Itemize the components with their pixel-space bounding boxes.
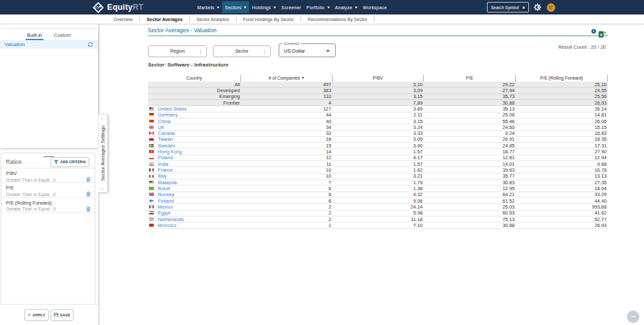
more-actions-fab[interactable] [627,311,639,323]
section-tab[interactable]: Overview [107,14,139,24]
table-column-header[interactable]: # of Companies [241,75,333,82]
pe-cell: 25.08 [424,113,516,118]
aggregate-row[interactable]: All 497 3,10 29,22 25,10 [148,82,608,88]
aggregate-row[interactable]: Emerging 110 3,15 35,73 25,56 [148,94,608,100]
country-link[interactable]: Poland [158,155,173,161]
country-row[interactable]: Finland 6 9.06 61.52 44.40 [148,198,608,204]
table-country-rows: United States 127 3.89 35.13 26.14 Germa… [148,106,608,228]
apply-button[interactable]: ✓ APPLY [24,309,49,321]
country-row[interactable]: Norway 6 4.32 64.21 33.29 [148,192,608,198]
menu-item[interactable]: Analyze [333,1,360,13]
add-criteria-button[interactable]: ADD CRITERIA [51,157,89,167]
preset-tab[interactable]: Custom [53,32,72,40]
country-link[interactable]: Netherlands [158,216,183,222]
country-link[interactable]: UK [158,124,164,130]
settings-collapse-handle[interactable]: ← Sector Averages Settings ← [99,114,108,193]
country-link[interactable]: United States [158,106,187,111]
country-row[interactable]: Canada 32 3.33 9.24 16.83 [148,131,608,137]
country-link[interactable]: China [158,118,170,124]
close-icon[interactable]: × [522,5,525,11]
table-column-header[interactable]: Country [148,75,241,82]
country-row[interactable]: China 40 3.15 55.46 26.06 [148,118,608,124]
country-link[interactable]: Finland [158,198,173,203]
country-row[interactable]: UK 34 3.24 24.60 15.15 [148,124,608,130]
country-link[interactable]: France [158,167,173,172]
country-link[interactable]: Malaysia [158,180,177,185]
pbv-cell: 3,10 [333,82,424,87]
country-link[interactable]: Hong Kong [158,149,182,154]
aggregate-row[interactable]: Developed 383 3,09 27,94 24,55 [148,88,608,93]
search-symbol-button[interactable]: Search Symbol × [487,2,529,12]
menu-item[interactable]: Screener [279,1,304,13]
theme-gear-icon[interactable] [534,3,541,11]
section-tab[interactable]: Fund Holdings By Sector [237,14,300,24]
companies-cell: 15 [241,143,333,148]
save-button[interactable]: SAVE [51,309,74,321]
country-link[interactable]: Canada [158,131,175,136]
info-icon[interactable]: i [591,29,597,34]
section-tab[interactable]: Recommendations By Sector [301,14,374,24]
delete-criteria-icon[interactable] [86,203,91,214]
currency-select[interactable]: Currency US Dollar [279,43,336,57]
menu-item[interactable]: Markets [195,1,222,13]
country-row[interactable]: United States 127 3.89 35.13 26.14 [148,106,608,112]
section-tab-label: Sector Averages [147,17,183,22]
sector-averages-table: Country # of Companies P/BV P/E P/E (Rol… [148,75,608,229]
table-column-header[interactable]: P/E (Rolling Forward) [516,75,608,82]
country-link[interactable]: Germany [158,113,177,118]
section-tab[interactable]: Sector Analytics [190,14,236,24]
user-avatar[interactable]: V [547,3,555,12]
companies-cell: 16 [241,137,333,142]
country-link[interactable]: Morocco [158,222,176,228]
country-row[interactable]: Italy 10 3.21 35.77 13.13 [148,174,608,180]
country-link[interactable]: Taiwan [158,137,173,142]
section-tab[interactable]: Sector Averages [140,14,189,24]
country-row[interactable]: Brazil 6 1.38 12.95 18.04 [148,186,608,191]
sector-select[interactable]: Sector ⋮ [213,45,271,57]
preset-list-item[interactable]: Valuation [0,40,98,49]
country-row[interactable]: Sweden 15 3.40 24.85 17.31 [148,143,608,149]
menu-item[interactable]: Portfolio [304,1,332,13]
aggregate-row[interactable]: Frontier 4 7,89 30,88 26,93 [148,100,608,106]
section-tabbar: Overview Sector Averages Sector Analytic… [0,14,644,24]
country-row[interactable]: Taiwan 16 3.05 20.91 18.35 [148,137,608,143]
country-row[interactable]: Mexico 2 24.14 25.03 993.88 [148,204,608,210]
region-select[interactable]: Region ⋮ [148,45,207,57]
pe-cell: 35.77 [424,174,516,179]
table-column-header[interactable]: P/E [424,75,516,82]
panel-resize-handle[interactable] [43,156,54,157]
companies-cell: 2 [241,204,333,209]
country-row[interactable]: India 11 1.57 14.01 9.68 [148,161,608,167]
country-row[interactable]: Egypt 2 5.98 60.53 41.62 [148,211,608,216]
country-link[interactable]: Egypt [158,211,170,216]
excel-export-icon[interactable]: X [599,28,607,40]
country-link[interactable]: Sweden [158,143,175,148]
country-row[interactable]: Germany 44 2.11 25.08 14.81 [148,113,608,118]
country-link[interactable]: Italy [158,174,166,179]
country-link[interactable]: Mexico [158,204,173,209]
country-row[interactable]: Poland 12 4.17 12.81 12.94 [148,155,608,161]
table-column-header[interactable]: P/BV [333,75,424,82]
app-logo[interactable]: EquityRT [93,0,144,14]
companies-cell: 6 [241,186,333,191]
pbv-cell: 1.62 [333,167,424,172]
country-link[interactable]: Norway [158,192,174,197]
ratios-header: Ratios ADD CRITERIA [1,153,95,166]
refresh-icon[interactable] [87,42,93,47]
country-row[interactable]: Morocco 1 7.10 30.88 26.93 [148,222,608,228]
companies-cell: 11 [241,161,333,166]
pe-rolling-forward-cell: 52.77 [516,216,608,222]
country-row[interactable]: Hong Kong 14 1.57 18.77 27.90 [148,149,608,155]
country-row[interactable]: Malaysia 7 1.79 30.83 27.35 [148,180,608,186]
ratios-panel: Ratios ADD CRITERIA P/BV Greater Than or… [1,153,95,304]
menu-item[interactable]: Sectors [222,1,249,13]
menu-item[interactable]: Workspace [360,1,390,13]
country-cell: France [148,167,241,172]
preset-tab[interactable]: Built-in [26,32,43,40]
country-link[interactable]: India [158,161,168,166]
country-row[interactable]: Netherlands 2 11.18 75.13 52.77 [148,216,608,222]
country-link[interactable]: Brazil [158,186,170,191]
menu-item[interactable]: Holdings [249,1,279,13]
country-row[interactable]: France 10 1.62 39.63 16.78 [148,167,608,173]
country-cell: India [148,161,241,166]
